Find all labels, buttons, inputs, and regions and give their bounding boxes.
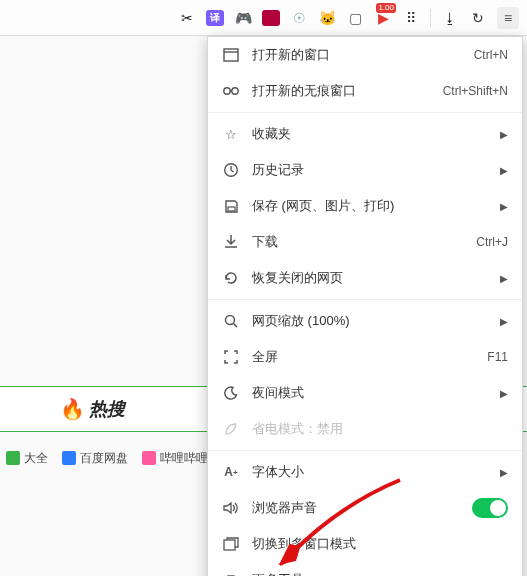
quick-link-label: 百度网盘 <box>80 450 128 467</box>
menu-label: 字体大小 <box>252 463 304 481</box>
menu-zoom[interactable]: 网页缩放 (100%) ▶ <box>208 303 522 339</box>
hot-search-label: 热搜 <box>89 397 125 421</box>
translate-icon[interactable]: 译 <box>206 10 224 26</box>
chevron-right-icon: ▶ <box>500 316 508 327</box>
refresh-icon[interactable]: ↻ <box>469 9 487 27</box>
globe-icon[interactable]: ☉ <box>290 9 308 27</box>
menu-save[interactable]: 保存 (网页、图片、打印) ▶ <box>208 188 522 224</box>
moon-icon <box>222 384 240 402</box>
menu-separator <box>208 299 522 300</box>
svg-point-7 <box>226 316 235 325</box>
cat-icon[interactable]: 🐱 <box>318 9 336 27</box>
menu-history[interactable]: 历史记录 ▶ <box>208 152 522 188</box>
quick-link[interactable]: 哔哩哔哩 <box>142 450 208 467</box>
menu-label: 浏览器声音 <box>252 499 317 517</box>
menu-label: 切换到多窗口模式 <box>252 535 356 553</box>
gamepad-icon[interactable]: 🎮 <box>234 9 252 27</box>
menu-downloads[interactable]: 下载 Ctrl+J <box>208 224 522 260</box>
menu-label: 打开新的窗口 <box>252 46 330 64</box>
zoom-icon <box>222 312 240 330</box>
menu-label: 全屏 <box>252 348 278 366</box>
star-icon: ☆ <box>222 125 240 143</box>
sound-icon <box>222 499 240 517</box>
site-icon <box>62 451 76 465</box>
menu-more-tools[interactable]: 更多工具 ▶ <box>208 562 522 576</box>
flag-badge: 1.00 <box>376 3 396 13</box>
chevron-right-icon: ▶ <box>500 165 508 176</box>
flame-icon: 🔥 <box>60 397 85 421</box>
site-icon <box>6 451 20 465</box>
menu-multiwindow[interactable]: 切换到多窗口模式 <box>208 526 522 562</box>
chevron-right-icon: ▶ <box>500 129 508 140</box>
svg-point-2 <box>224 88 230 94</box>
menu-separator <box>208 112 522 113</box>
menu-power-save: 省电模式：禁用 <box>208 411 522 447</box>
menu-fullscreen[interactable]: 全屏 F11 <box>208 339 522 375</box>
save-icon <box>222 197 240 215</box>
menu-night-mode[interactable]: 夜间模式 ▶ <box>208 375 522 411</box>
hamburger-menu-icon[interactable]: ≡ <box>497 7 519 29</box>
svg-line-8 <box>234 324 238 328</box>
svg-rect-9 <box>224 540 235 550</box>
chevron-right-icon: ▶ <box>500 201 508 212</box>
chevron-right-icon: ▶ <box>500 273 508 284</box>
download-icon <box>222 233 240 251</box>
menu-shortcut: F11 <box>487 350 508 364</box>
menu-label: 收藏夹 <box>252 125 291 143</box>
menu-shortcut: Ctrl+J <box>476 235 508 249</box>
menu-favorites[interactable]: ☆ 收藏夹 ▶ <box>208 116 522 152</box>
svg-point-3 <box>232 88 238 94</box>
chevron-right-icon: ▶ <box>500 388 508 399</box>
menu-label: 恢复关闭的网页 <box>252 269 343 287</box>
svg-rect-0 <box>224 49 238 61</box>
menu-shortcut: Ctrl+Shift+N <box>443 84 508 98</box>
restore-icon <box>222 269 240 287</box>
scissors-icon[interactable]: ✂ <box>178 9 196 27</box>
toolbox-icon <box>222 571 240 576</box>
menu-label: 保存 (网页、图片、打印) <box>252 197 394 215</box>
font-size-icon: A+ <box>222 463 240 481</box>
separator <box>430 9 431 27</box>
flag-icon[interactable]: ▶1.00 <box>374 9 392 27</box>
menu-font-size[interactable]: A+ 字体大小 ▶ <box>208 454 522 490</box>
menu-label: 下载 <box>252 233 278 251</box>
quick-link-label: 哔哩哔哩 <box>160 450 208 467</box>
adblock-icon[interactable] <box>262 10 280 26</box>
menu-shortcut: Ctrl+N <box>474 48 508 62</box>
chevron-right-icon: ▶ <box>500 467 508 478</box>
quick-link[interactable]: 大全 <box>6 450 48 467</box>
main-menu: 打开新的窗口 Ctrl+N 打开新的无痕窗口 Ctrl+Shift+N ☆ 收藏… <box>207 36 523 576</box>
quick-link-label: 大全 <box>24 450 48 467</box>
fullscreen-icon <box>222 348 240 366</box>
menu-label: 网页缩放 (100%) <box>252 312 350 330</box>
site-icon <box>142 451 156 465</box>
menu-new-window[interactable]: 打开新的窗口 Ctrl+N <box>208 37 522 73</box>
menu-label: 省电模式：禁用 <box>252 420 343 438</box>
reader-icon[interactable]: ▢ <box>346 9 364 27</box>
menu-separator <box>208 450 522 451</box>
incognito-icon <box>222 82 240 100</box>
sound-toggle[interactable] <box>472 498 508 518</box>
menu-label: 打开新的无痕窗口 <box>252 82 356 100</box>
history-icon <box>222 161 240 179</box>
svg-rect-6 <box>228 207 235 211</box>
download-icon[interactable]: ⭳ <box>441 9 459 27</box>
menu-browser-sound[interactable]: 浏览器声音 <box>208 490 522 526</box>
apps-grid-icon[interactable]: ⠿ <box>402 9 420 27</box>
menu-new-incognito[interactable]: 打开新的无痕窗口 Ctrl+Shift+N <box>208 73 522 109</box>
menu-label: 更多工具 <box>252 571 304 576</box>
multiwindow-icon <box>222 535 240 553</box>
leaf-icon <box>222 420 240 438</box>
quick-link[interactable]: 百度网盘 <box>62 450 128 467</box>
menu-label: 夜间模式 <box>252 384 304 402</box>
menu-label: 历史记录 <box>252 161 304 179</box>
browser-toolbar: ✂ 译 🎮 ☉ 🐱 ▢ ▶1.00 ⠿ ⭳ ↻ ≡ <box>0 0 527 36</box>
window-icon <box>222 46 240 64</box>
menu-reopen-closed[interactable]: 恢复关闭的网页 ▶ <box>208 260 522 296</box>
